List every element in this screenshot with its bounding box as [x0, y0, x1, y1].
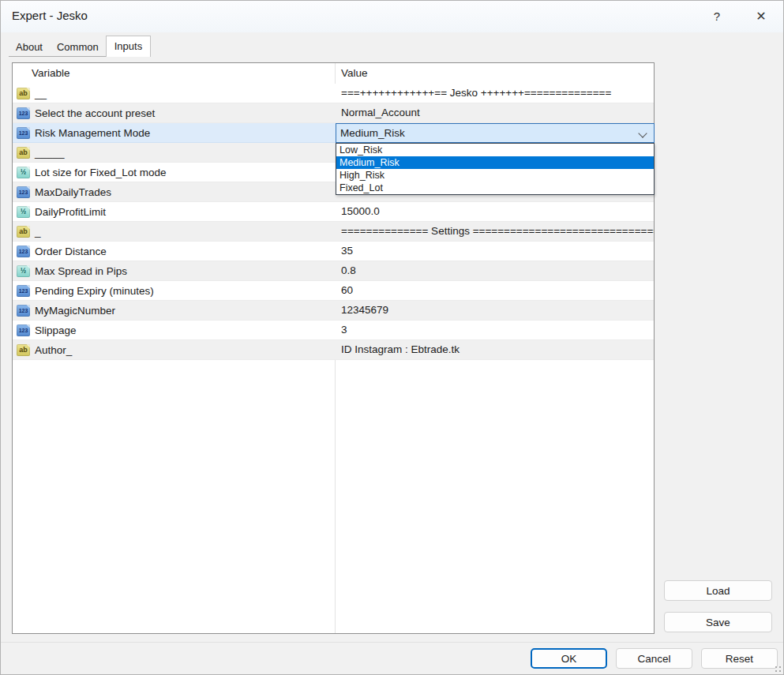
string-type-icon: ab — [17, 226, 30, 238]
string-type-icon: ab — [17, 344, 30, 356]
variable-name: Risk Management Mode — [35, 127, 150, 139]
double-type-icon: ½ — [17, 206, 30, 218]
value-cell[interactable]: ID Instagram : Ebtrade.tk — [335, 340, 654, 359]
value-cell[interactable]: Normal_Account — [335, 103, 654, 122]
variable-cell[interactable]: 123Pending Expiry (minutes) — [13, 281, 335, 300]
value-cell[interactable]: 60 — [335, 281, 654, 300]
variable-name: Select the account preset — [35, 107, 155, 119]
dropdown-option-medium_risk[interactable]: Medium_Risk — [336, 156, 654, 169]
table-row[interactable]: ab_============== Settings =============… — [13, 222, 654, 242]
table-row[interactable]: ab__===++++++++++++== Jesko +++++++=====… — [13, 84, 654, 103]
table-row[interactable]: abAuthor_ID Instagram : Ebtrade.tk — [13, 340, 654, 360]
integer-type-icon: 123 — [17, 107, 30, 119]
integer-type-icon: 123 — [17, 246, 30, 257]
value-cell[interactable]: 0.8 — [335, 261, 654, 280]
string-type-icon: ab — [17, 88, 30, 99]
reset-button[interactable]: Reset — [701, 648, 778, 669]
variable-cell[interactable]: 123Slippage — [13, 321, 335, 339]
table-row[interactable]: 123Pending Expiry (minutes)60 — [13, 281, 654, 301]
column-header-variable: Variable — [32, 63, 70, 84]
value-cell[interactable]: ============== Settings ================… — [335, 222, 654, 241]
variable-cell[interactable]: 123Risk Management Mode — [13, 123, 335, 142]
value-cell[interactable]: 12345679 — [335, 301, 654, 320]
table-row[interactable]: 123Order Distance35 — [13, 242, 654, 261]
variable-cell[interactable]: abAuthor_ — [13, 340, 335, 359]
integer-type-icon: 123 — [17, 324, 30, 336]
variable-name: __ — [35, 88, 47, 99]
variable-name: Lot size for Fixed_Lot mode — [35, 167, 167, 178]
variable-cell[interactable]: ab_ — [13, 222, 335, 241]
combobox-selected-value: Medium_Risk — [340, 127, 405, 139]
variable-cell[interactable]: ab__ — [13, 84, 335, 103]
help-button[interactable]: ? — [705, 6, 729, 26]
column-header-value: Value — [341, 63, 368, 84]
table-row[interactable]: 123Slippage3 — [13, 321, 654, 340]
footer-divider — [1, 642, 783, 643]
load-button[interactable]: Load — [664, 580, 772, 601]
variable-cell[interactable]: 123MyMagicNumber — [13, 301, 335, 320]
tab-about[interactable]: About — [9, 39, 50, 57]
variable-cell[interactable]: ab_____ — [13, 143, 335, 162]
variable-cell[interactable]: ½Max Spread in Pips — [13, 261, 335, 280]
table-header: Variable Value — [13, 63, 654, 84]
integer-type-icon: 123 — [17, 285, 30, 297]
variable-cell[interactable]: ½Lot size for Fixed_Lot mode — [13, 163, 335, 182]
tab-common[interactable]: Common — [50, 39, 106, 57]
value-cell[interactable]: ===++++++++++++== Jesko +++++++=========… — [335, 84, 654, 103]
close-button[interactable]: ✕ — [749, 6, 773, 26]
resize-grip[interactable] — [775, 666, 781, 672]
variable-name: Slippage — [35, 324, 77, 336]
variable-cell[interactable]: 123MaxDailyTrades — [13, 182, 335, 201]
risk-mode-dropdown-list: Low_RiskMedium_RiskHigh_RiskFixed_Lot — [336, 143, 655, 195]
tab-inputs[interactable]: Inputs — [106, 36, 151, 57]
variable-name: MyMagicNumber — [35, 305, 115, 317]
variable-name: _ — [35, 226, 41, 238]
integer-type-icon: 123 — [17, 305, 30, 317]
variable-name: Author_ — [35, 344, 72, 356]
dropdown-option-high_risk[interactable]: High_Risk — [336, 169, 654, 182]
save-button[interactable]: Save — [664, 612, 772, 632]
value-cell[interactable]: 35 — [335, 242, 654, 261]
integer-type-icon: 123 — [17, 127, 30, 139]
window-title: Expert - Jesko — [12, 1, 88, 31]
table-row[interactable]: ½DailyProfitLimit15000.0 — [13, 202, 654, 222]
variable-name: MaxDailyTrades — [35, 186, 111, 198]
double-type-icon: ½ — [17, 167, 30, 178]
tab-strip: AboutCommonInputs — [9, 36, 151, 57]
expert-properties-dialog: Expert - Jesko ? ✕ AboutCommonInputs Var… — [0, 0, 784, 675]
variable-name: Pending Expiry (minutes) — [35, 285, 154, 297]
dropdown-option-fixed_lot[interactable]: Fixed_Lot — [336, 182, 654, 194]
title-bar: Expert - Jesko ? ✕ — [1, 1, 783, 32]
variable-name: DailyProfitLimit — [35, 206, 106, 218]
integer-type-icon: 123 — [17, 186, 30, 198]
risk-mode-combobox[interactable]: Medium_Risk — [336, 123, 655, 143]
variable-name: Order Distance — [35, 246, 107, 257]
value-cell[interactable]: 3 — [335, 321, 654, 339]
variable-name: _____ — [35, 147, 65, 159]
variable-cell[interactable]: 123Select the account preset — [13, 103, 335, 122]
string-type-icon: ab — [17, 147, 30, 159]
chevron-down-icon — [638, 129, 647, 137]
table-row[interactable]: 123Select the account presetNormal_Accou… — [13, 103, 654, 123]
value-cell[interactable]: 15000.0 — [335, 202, 654, 221]
table-row[interactable]: 123MyMagicNumber12345679 — [13, 301, 654, 321]
variable-cell[interactable]: 123Order Distance — [13, 242, 335, 261]
variable-name: Max Spread in Pips — [35, 265, 127, 277]
double-type-icon: ½ — [17, 265, 30, 277]
cancel-button[interactable]: Cancel — [616, 648, 692, 669]
variable-cell[interactable]: ½DailyProfitLimit — [13, 202, 335, 221]
inputs-table: Variable Value ab__===++++++++++++== Jes… — [12, 62, 655, 634]
dropdown-option-low_risk[interactable]: Low_Risk — [336, 144, 654, 156]
ok-button[interactable]: OK — [531, 648, 607, 669]
table-row[interactable]: ½Max Spread in Pips0.8 — [13, 261, 654, 281]
